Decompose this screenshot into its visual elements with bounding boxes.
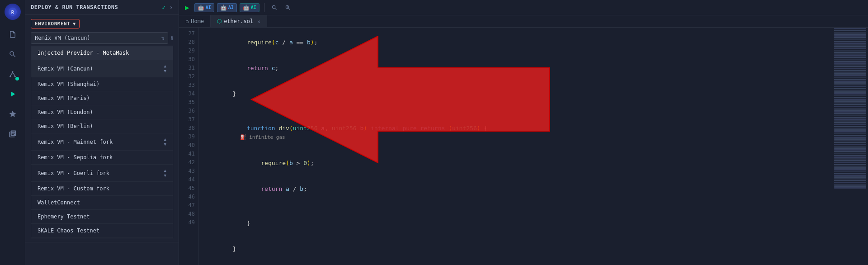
ai-icon-3: 🤖 bbox=[243, 5, 250, 11]
code-content[interactable]: require(c / a == b); return c; } functio… bbox=[199, 28, 832, 265]
line-num-38: 38 bbox=[189, 124, 195, 132]
line-num-34: 34 bbox=[189, 90, 195, 98]
svg-text:R: R bbox=[11, 9, 14, 15]
ai-icon-1: 🤖 bbox=[198, 5, 204, 11]
env-option-paris[interactable]: Remix VM (Paris) bbox=[31, 91, 173, 105]
sidebar-item-docs[interactable] bbox=[4, 125, 22, 143]
tab-home[interactable]: ⌂ Home bbox=[179, 15, 211, 27]
ai-badge-2[interactable]: 🤖 AI bbox=[217, 3, 237, 12]
environment-label: ENVIRONMENT bbox=[35, 21, 70, 27]
line-num-48: 48 bbox=[189, 210, 195, 218]
env-option-shanghai[interactable]: Remix VM (Shanghai) bbox=[31, 77, 173, 91]
env-option-skale[interactable]: SKALE Chaos Testnet bbox=[31, 224, 173, 238]
environment-dropdown-menu: Injected Provider - MetaMask Remix VM (C… bbox=[31, 46, 173, 238]
code-editor: 27 28 29 30 31 32 33 34 35 36 37 38 39 4… bbox=[179, 28, 868, 265]
tab-ether-sol[interactable]: ⬡ ether.sol ✕ bbox=[211, 15, 267, 27]
sidebar-item-git[interactable] bbox=[4, 65, 22, 83]
code-line-28: return c; bbox=[204, 55, 826, 81]
editor-toolbar: ▶ 🤖 AI 🤖 AI 🤖 AI bbox=[179, 0, 868, 15]
line-num-46: 46 bbox=[189, 193, 195, 201]
deploy-panel: DEPLOY & RUN TRANSACTIONS ✓ › ENVIRONMEN… bbox=[25, 0, 179, 265]
line-num-44: 44 bbox=[189, 175, 195, 184]
sidebar-item-deploy[interactable] bbox=[4, 85, 22, 103]
env-option-metamask[interactable]: Injected Provider - MetaMask bbox=[31, 46, 173, 60]
scroll-arrows: ▲ ▼ bbox=[164, 64, 166, 73]
svg-point-3 bbox=[9, 76, 11, 77]
line-num-35: 35 bbox=[189, 98, 195, 107]
line-num-28: 28 bbox=[189, 38, 195, 47]
toolbar-separator bbox=[264, 3, 264, 12]
line-num-36: 36 bbox=[189, 107, 195, 115]
home-tab-label: Home bbox=[191, 18, 204, 24]
line-num-41: 41 bbox=[189, 150, 195, 158]
code-line-33: return a / b; bbox=[204, 176, 826, 202]
code-line-30 bbox=[204, 107, 826, 115]
code-line-31: function div(uint256 a, uint256 b) inter… bbox=[204, 115, 826, 150]
ai-badge-3[interactable]: 🤖 AI bbox=[240, 3, 259, 12]
code-line-27: require(c / a == b); bbox=[204, 29, 826, 55]
remix-logo-icon[interactable]: R bbox=[5, 4, 21, 20]
code-line-37 bbox=[204, 262, 826, 265]
environment-label-box[interactable]: ENVIRONMENT ▼ bbox=[31, 19, 80, 28]
line-num-30: 30 bbox=[189, 55, 195, 64]
sidebar-item-search[interactable] bbox=[4, 45, 22, 63]
environment-dropdown-icon: ▼ bbox=[73, 21, 75, 26]
env-option-ephemery[interactable]: Ephemery Testnet bbox=[31, 210, 173, 224]
line-numbers: 27 28 29 30 31 32 33 34 35 36 37 38 39 4… bbox=[179, 28, 199, 265]
line-num-42: 42 bbox=[189, 158, 195, 167]
ai-badge-1[interactable]: 🤖 AI bbox=[194, 3, 214, 12]
code-line-34 bbox=[204, 202, 826, 210]
deploy-arrow-icon[interactable]: › bbox=[170, 4, 173, 11]
minimap bbox=[832, 28, 868, 265]
line-num-31: 31 bbox=[189, 64, 195, 72]
play-button[interactable]: ▶ bbox=[183, 2, 192, 13]
env-info-icon[interactable]: ℹ bbox=[171, 35, 173, 42]
env-option-berlin[interactable]: Remix VM (Berlin) bbox=[31, 119, 173, 133]
file-tab-label: ether.sol bbox=[224, 18, 253, 24]
env-option-cancun[interactable]: Remix VM (Cancun) ▲ ▼ bbox=[31, 60, 173, 77]
svg-line-6 bbox=[13, 72, 15, 76]
deploy-check-icon: ✓ bbox=[162, 4, 165, 11]
env-option-custom[interactable]: Remix VM - Custom fork bbox=[31, 182, 173, 196]
sol-icon: ⬡ bbox=[217, 18, 222, 24]
env-option-sepolia[interactable]: Remix VM - Sepolia fork bbox=[31, 151, 173, 165]
line-num-49: 49 bbox=[189, 218, 195, 227]
deploy-header: DEPLOY & RUN TRANSACTIONS ✓ › bbox=[25, 0, 179, 15]
scroll-arrows-2: ▲ ▼ bbox=[164, 137, 166, 147]
line-num-33: 33 bbox=[189, 81, 195, 90]
environment-section: ENVIRONMENT ▼ Remix VM (Cancun) ⇅ ℹ Inje… bbox=[25, 15, 179, 242]
code-line-29: } bbox=[204, 81, 826, 107]
line-num-29: 29 bbox=[189, 47, 195, 55]
selected-env-label: Remix VM (Cancun) bbox=[35, 35, 90, 41]
line-num-43: 43 bbox=[189, 167, 195, 175]
env-option-walletconnect[interactable]: WalletConnect bbox=[31, 196, 173, 210]
line-num-27: 27 bbox=[189, 29, 195, 38]
env-option-mainnet[interactable]: Remix VM - Mainnet fork ▲ ▼ bbox=[31, 133, 173, 151]
code-line-35: } bbox=[204, 210, 826, 236]
search-button[interactable] bbox=[269, 3, 280, 12]
svg-point-4 bbox=[14, 76, 15, 77]
svg-point-2 bbox=[12, 71, 13, 72]
zoom-in-button[interactable] bbox=[283, 3, 293, 12]
env-select-arrows: ⇅ bbox=[161, 35, 164, 41]
code-line-36: } bbox=[204, 236, 826, 262]
line-num-40: 40 bbox=[189, 141, 195, 150]
deploy-title: DEPLOY & RUN TRANSACTIONS bbox=[31, 4, 158, 10]
env-option-london[interactable]: Remix VM (London) bbox=[31, 105, 173, 119]
sidebar-icons: R bbox=[0, 0, 25, 265]
sidebar-item-plugins[interactable] bbox=[4, 105, 22, 123]
editor-container: ▶ 🤖 AI 🤖 AI 🤖 AI bbox=[179, 0, 868, 265]
tab-close-button[interactable]: ✕ bbox=[257, 19, 260, 24]
play-icon: ▶ bbox=[185, 3, 189, 12]
line-num-45: 45 bbox=[189, 184, 195, 193]
sidebar-item-files[interactable] bbox=[4, 25, 22, 43]
tabs-bar: ⌂ Home ⬡ ether.sol ✕ bbox=[179, 15, 868, 28]
home-icon: ⌂ bbox=[185, 18, 189, 24]
line-num-32: 32 bbox=[189, 72, 195, 81]
env-option-goerli[interactable]: Remix VM - Goerli fork ▲ ▼ bbox=[31, 165, 173, 182]
environment-select-box[interactable]: Remix VM (Cancun) ⇅ bbox=[31, 32, 168, 44]
line-num-39: 39 bbox=[189, 132, 195, 141]
ai-icon-2: 🤖 bbox=[220, 5, 227, 11]
environment-selector: Remix VM (Cancun) ⇅ ℹ bbox=[31, 32, 173, 44]
code-line-32: require(b > 0); bbox=[204, 150, 826, 176]
